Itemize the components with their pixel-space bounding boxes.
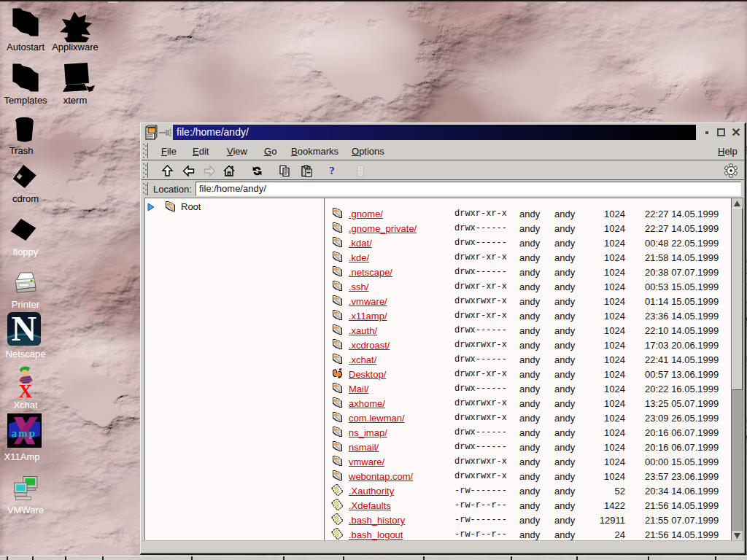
svg-text:amp: amp — [12, 427, 36, 439]
svg-text:X: X — [19, 381, 33, 398]
svg-text:N: N — [12, 312, 37, 346]
